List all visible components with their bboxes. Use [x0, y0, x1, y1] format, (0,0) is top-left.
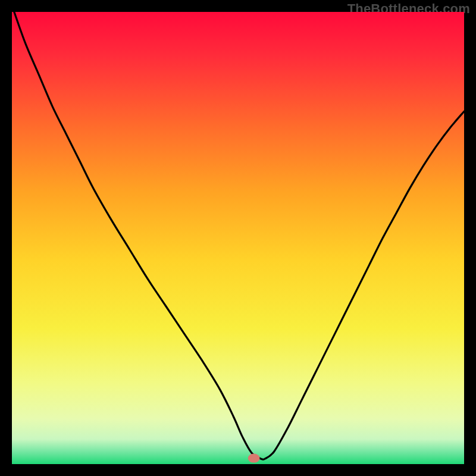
optimal-marker	[248, 454, 260, 463]
chart-svg	[12, 12, 464, 464]
chart-frame: TheBottleneck.com	[0, 0, 476, 476]
gradient-background	[12, 12, 464, 464]
plot-area	[12, 12, 464, 464]
